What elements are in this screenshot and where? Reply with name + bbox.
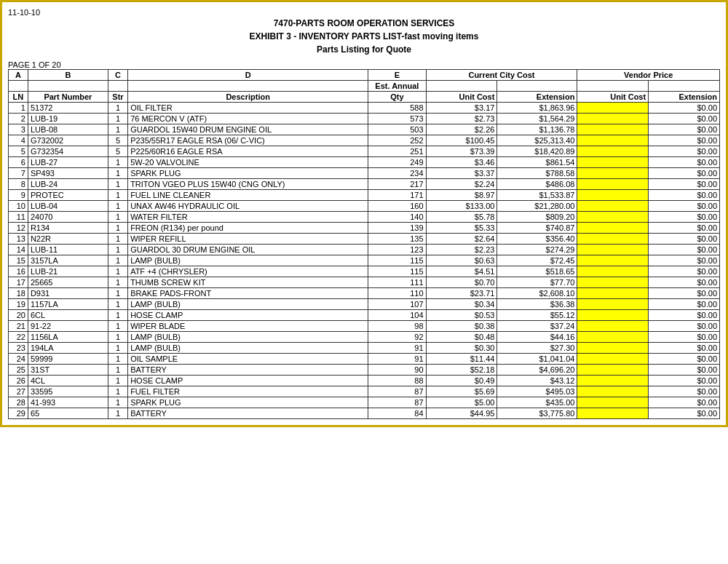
table-cell: [577, 179, 649, 190]
table-cell: 1: [108, 397, 127, 408]
table-cell: 234: [368, 168, 426, 179]
table-cell: 1: [108, 103, 127, 114]
col-b-header2: [28, 81, 108, 92]
table-cell: 8: [9, 179, 28, 190]
col-fg-header: Current City Cost: [426, 70, 577, 81]
table-cell: 1: [108, 212, 127, 223]
table-cell: $2.26: [426, 124, 497, 135]
table-cell: $0.00: [649, 397, 720, 408]
table-row: 17256651THUMB SCREW KIT111$0.70$77.70$0.…: [9, 277, 720, 288]
table-cell: [577, 245, 649, 255]
table-cell: UNAX AW46 HYDRAULIC OIL: [128, 201, 368, 212]
table-cell: [577, 277, 649, 288]
table-row: 206CL1HOSE CLAMP104$0.53$55.12$0.00: [9, 310, 720, 321]
table-row: 11240701WATER FILTER140$5.78$809.20$0.00: [9, 212, 720, 223]
table-cell: 9: [9, 190, 28, 201]
table-cell: 5: [108, 135, 127, 146]
table-cell: [577, 168, 649, 179]
table-cell: OIL SAMPLE: [128, 354, 368, 365]
table-cell: $0.00: [649, 343, 720, 354]
table-cell: 1: [108, 277, 127, 288]
table-cell: 1: [108, 386, 127, 397]
table-row: 7SP4931SPARK PLUG234$3.37$788.58$0.00: [9, 168, 720, 179]
table-cell: 16: [9, 266, 28, 277]
table-cell: 1: [108, 310, 127, 321]
vendor-ext-header: [649, 81, 720, 92]
table-cell: $0.00: [649, 288, 720, 299]
est-annual-header: Est. Annual: [368, 81, 426, 92]
str-header: Str: [108, 92, 127, 103]
page-number: PAGE 1 OF 20: [8, 60, 61, 69]
table-cell: PROTEC: [28, 190, 108, 201]
col-d-header2: [128, 81, 368, 92]
table-cell: $486.08: [497, 179, 577, 190]
table-cell: $0.00: [649, 299, 720, 310]
table-cell: $0.00: [649, 354, 720, 365]
table-row: 12R1341FREON (R134) per pound139$5.33$74…: [9, 223, 720, 234]
table-cell: 140: [368, 212, 426, 223]
table-cell: $1,041.04: [497, 354, 577, 365]
table-cell: N22R: [28, 234, 108, 245]
table-cell: 31ST: [28, 365, 108, 376]
table-cell: $0.00: [649, 168, 720, 179]
table-cell: 573: [368, 114, 426, 124]
table-cell: LUB-08: [28, 124, 108, 135]
table-cell: 87: [368, 397, 426, 408]
table-cell: 252: [368, 135, 426, 146]
table-cell: 13: [9, 234, 28, 245]
table-cell: [577, 234, 649, 245]
table-cell: $0.00: [649, 321, 720, 332]
table-row: 2LUB-19176 MERCON V (ATF)573$2.73$1,564.…: [9, 114, 720, 124]
table-cell: $5.78: [426, 212, 497, 223]
table-cell: $0.00: [649, 179, 720, 190]
qty-header: Qty: [368, 92, 426, 103]
table-cell: FUEL FILTER: [128, 386, 368, 397]
table-cell: 11: [9, 212, 28, 223]
table-cell: $0.00: [649, 310, 720, 321]
table-cell: $0.00: [649, 103, 720, 114]
table-cell: $5.00: [426, 397, 497, 408]
table-cell: $21,280.00: [497, 201, 577, 212]
table-cell: 84: [368, 408, 426, 419]
table-cell: 217: [368, 179, 426, 190]
table-cell: 5W-20 VALVOLINE: [128, 157, 368, 168]
table-cell: [577, 321, 649, 332]
title-line1: 7470-PARTS ROOM OPERATION SERVICES: [8, 17, 720, 30]
table-cell: 110: [368, 288, 426, 299]
table-cell: 21: [9, 321, 28, 332]
table-cell: $518.65: [497, 266, 577, 277]
table-cell: 588: [368, 103, 426, 114]
table-row: 3LUB-081GUARDOL 15W40 DRUM ENGINE OIL503…: [9, 124, 720, 135]
table-cell: 51372: [28, 103, 108, 114]
col-e-header: E: [368, 70, 426, 81]
table-cell: $0.00: [649, 223, 720, 234]
table-cell: $72.45: [497, 255, 577, 266]
table-row: 4G7320025P235/55R17 EAGLE RSA (06/ C-VIC…: [9, 135, 720, 146]
table-cell: BRAKE PADS-FRONT: [128, 288, 368, 299]
col-c-header: C: [108, 70, 127, 81]
table-cell: 4CL: [28, 376, 108, 386]
table-cell: [577, 255, 649, 266]
table-cell: [577, 310, 649, 321]
table-cell: $4.51: [426, 266, 497, 277]
table-cell: 1: [108, 365, 127, 376]
table-cell: 91: [368, 343, 426, 354]
table-cell: 25665: [28, 277, 108, 288]
table-row: 18D9311BRAKE PADS-FRONT110$23.71$2,608.1…: [9, 288, 720, 299]
table-cell: 115: [368, 255, 426, 266]
table-cell: [577, 114, 649, 124]
table-cell: LUB-21: [28, 266, 108, 277]
table-cell: $55.12: [497, 310, 577, 321]
table-row: 10LUB-041UNAX AW46 HYDRAULIC OIL160$133.…: [9, 201, 720, 212]
table-cell: $23.71: [426, 288, 497, 299]
table-cell: $3.37: [426, 168, 497, 179]
table-cell: $1,564.29: [497, 114, 577, 124]
table-row: 23194LA1LAMP (BULB)91$0.30$27.30$0.00: [9, 343, 720, 354]
table-cell: $0.00: [649, 135, 720, 146]
table-row: 153157LA1LAMP (BULB)115$0.63$72.45$0.00: [9, 255, 720, 266]
table-cell: P225/60R16 EAGLE RSA: [128, 146, 368, 157]
table-cell: HOSE CLAMP: [128, 310, 368, 321]
table-cell: HOSE CLAMP: [128, 376, 368, 386]
table-cell: 24: [9, 354, 28, 365]
table-cell: $0.00: [649, 277, 720, 288]
